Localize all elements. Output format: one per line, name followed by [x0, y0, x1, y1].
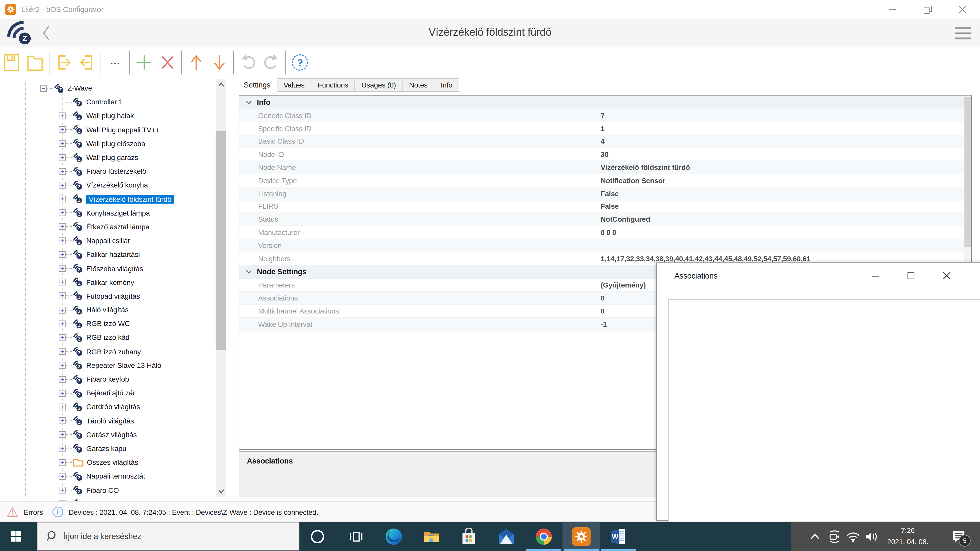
tree-scrollbar[interactable]: [216, 79, 226, 497]
tree-item[interactable]: ZNappali csillár: [59, 233, 215, 248]
tree-item[interactable]: ZWall Plug nappali TV++: [59, 123, 215, 137]
tree-item[interactable]: ZRGB izzó zuhany: [59, 345, 215, 359]
tree-item[interactable]: ZVízérzékelő konyha: [59, 178, 215, 192]
tree-item[interactable]: ZTároló világítás: [59, 414, 215, 427]
property-row[interactable]: Version: [239, 239, 971, 252]
tree-expander-plus-icon[interactable]: [59, 362, 65, 369]
open-folder-icon[interactable]: [23, 50, 46, 75]
export-icon[interactable]: [52, 50, 75, 75]
tree-item[interactable]: ZGarász világítás: [59, 428, 215, 441]
tree-item[interactable]: ZFibaro CO: [59, 483, 215, 497]
redo-icon[interactable]: [259, 50, 283, 75]
tree-item[interactable]: ZGardrób világítás: [59, 400, 215, 414]
tree-item[interactable]: ZRGB izzó kád: [59, 330, 215, 345]
tree-expander-plus-icon[interactable]: [59, 292, 65, 300]
meet-now-icon[interactable]: [825, 522, 844, 551]
import-icon[interactable]: [75, 50, 98, 75]
tray-expand-icon[interactable]: [805, 522, 825, 551]
bos-configurator-taskbar-icon[interactable]: [563, 522, 600, 551]
property-row[interactable]: Generic Class ID7: [239, 110, 971, 122]
tree-expander-plus-icon[interactable]: [59, 389, 65, 396]
minimize-button[interactable]: [875, 0, 910, 19]
tab-usages-0-[interactable]: Usages (0): [355, 78, 403, 92]
dialog-close-button[interactable]: [929, 267, 964, 284]
tree-item[interactable]: ZWall plug előszoba: [59, 137, 215, 151]
tree-item[interactable]: Összes világítás: [59, 455, 215, 469]
property-row[interactable]: Manufacturer0 0 0: [239, 226, 971, 239]
tree-expander-minus-icon[interactable]: [40, 85, 47, 92]
tree-expander-plus-icon[interactable]: [59, 376, 65, 383]
word-icon[interactable]: W: [600, 522, 638, 551]
property-row[interactable]: Device TypeNotification Sensor: [239, 174, 971, 187]
tree-item[interactable]: ZFibaro füstérzékelő: [59, 164, 215, 178]
tab-values[interactable]: Values: [277, 78, 311, 92]
tree-expander-plus-icon[interactable]: [59, 279, 65, 286]
task-view-button[interactable]: [337, 522, 375, 551]
dialog-minimize-button[interactable]: [858, 267, 893, 284]
tree-expander-plus-icon[interactable]: [59, 168, 65, 175]
tree-expander-plus-icon[interactable]: [59, 459, 65, 466]
chrome-icon[interactable]: [525, 522, 563, 551]
tree-expander-plus-icon[interactable]: [59, 403, 65, 410]
undo-icon[interactable]: [236, 50, 259, 75]
start-button[interactable]: [0, 522, 31, 551]
more-options-button[interactable]: ...: [104, 50, 127, 75]
property-row[interactable]: Specific Class ID1: [239, 122, 971, 135]
tree-expander-plus-icon[interactable]: [59, 237, 65, 244]
tree-item[interactable]: ZElőszoba világítás: [59, 262, 215, 275]
tree-expander-plus-icon[interactable]: [59, 113, 65, 119]
tree-item[interactable]: ZKonyhasziget lámpa: [59, 206, 215, 220]
tree-item[interactable]: ZNappali termosztát: [59, 469, 215, 483]
close-button[interactable]: [945, 0, 980, 19]
tree-item[interactable]: ZBejárati ajtó zár: [59, 386, 215, 400]
tree-item[interactable]: ZFutópad világítás: [59, 289, 215, 303]
tree-item[interactable]: ZVízérzékelő földszint fürdő: [59, 192, 215, 206]
tree-expander-plus-icon[interactable]: [59, 348, 65, 355]
tree-expander-plus-icon[interactable]: [59, 487, 65, 494]
tree-expander-plus-icon[interactable]: [59, 251, 65, 258]
cortana-button[interactable]: [299, 522, 336, 551]
tab-info[interactable]: Info: [434, 78, 459, 92]
tree-item[interactable]: ZHáló világítás: [59, 303, 215, 317]
tree-item[interactable]: ZGarázs kapu: [59, 441, 215, 455]
tree-expander-plus-icon[interactable]: [59, 182, 65, 189]
taskbar-search-input[interactable]: Írjon ide a kereséshez: [37, 522, 299, 550]
tree-item[interactable]: ZFalikar háztartási: [59, 248, 215, 261]
store-icon[interactable]: [450, 522, 487, 551]
tree-item[interactable]: ZRepeater Slave 13 Háló: [59, 359, 215, 372]
delete-icon[interactable]: [156, 50, 179, 75]
menu-hamburger-icon[interactable]: [955, 27, 971, 39]
grid-scrollbar-thumb[interactable]: [964, 97, 970, 247]
tree-item[interactable]: ZRGB izzó WC: [59, 317, 215, 330]
dialog-maximize-button[interactable]: [893, 267, 929, 284]
restore-button[interactable]: [910, 0, 945, 19]
tree-item[interactable]: ZTermosztát Földszint fürdő: [59, 497, 215, 501]
scroll-down-icon[interactable]: [216, 486, 226, 497]
tree-item[interactable]: ZWall plug halak: [59, 109, 215, 123]
tab-settings[interactable]: Settings: [238, 78, 277, 92]
property-row[interactable]: ListeningFalse: [239, 187, 971, 200]
tree-expander-plus-icon[interactable]: [59, 473, 65, 480]
tab-functions[interactable]: Functions: [311, 78, 355, 92]
tree-expander-plus-icon[interactable]: [59, 431, 65, 438]
tree-item[interactable]: ZWall plug garázs: [59, 151, 215, 164]
tree-item[interactable]: ZFalikar kémény: [59, 275, 215, 289]
tree-item[interactable]: ZFibaro keyfob: [59, 372, 215, 386]
tab-notes[interactable]: Notes: [403, 78, 434, 92]
tree-expander-plus-icon[interactable]: [59, 210, 65, 216]
help-icon[interactable]: ?: [288, 50, 311, 75]
tree-expander-plus-icon[interactable]: [59, 321, 65, 327]
tree-expander-plus-icon[interactable]: [59, 445, 65, 452]
move-down-icon[interactable]: [207, 50, 231, 75]
property-row[interactable]: Node NameVízérzékelő földszint fürdő: [239, 161, 971, 174]
tree-item[interactable]: ZZ-Wave: [40, 81, 215, 95]
property-row[interactable]: FLIRSFalse: [239, 200, 971, 213]
tree-expander-plus-icon[interactable]: [59, 265, 65, 272]
action-center-icon[interactable]: 5: [945, 522, 973, 551]
section-header[interactable]: Info: [239, 96, 971, 110]
tree-item[interactable]: ZController 1: [59, 95, 215, 109]
file-explorer-icon[interactable]: [412, 522, 450, 551]
tree-expander-plus-icon[interactable]: [59, 126, 65, 133]
save-icon[interactable]: [0, 50, 23, 75]
property-row[interactable]: StatusNotConfigured: [239, 213, 971, 226]
